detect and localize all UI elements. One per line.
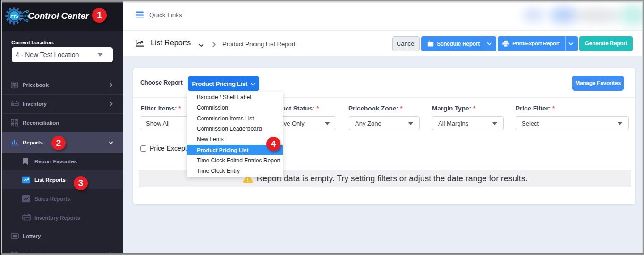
svg-text:FTx: FTx [10, 14, 19, 19]
